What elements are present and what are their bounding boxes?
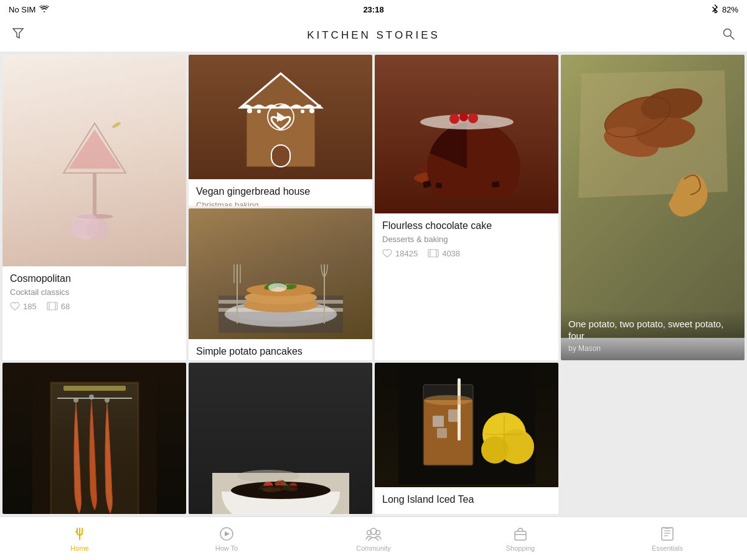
nav-home-label: Home <box>70 544 88 552</box>
svg-point-0 <box>724 29 731 37</box>
bluetooth-icon <box>712 4 718 15</box>
chocolate-image <box>405 72 529 197</box>
svg-rect-93 <box>433 416 444 427</box>
nav-shopping-label: Shopping <box>506 544 535 552</box>
svg-point-30 <box>468 113 478 123</box>
card-cosmopolitan[interactable]: Cosmopolitan Cocktail classics 185 68 <box>2 55 186 360</box>
pancakes-title: Simple potato pancakes <box>196 345 365 358</box>
chocolate-saves: 4038 <box>428 249 460 258</box>
svg-rect-107 <box>515 531 526 540</box>
card-bowl[interactable] <box>189 363 372 514</box>
sweet-potato-overlay: One potato, two potato, sweet potato, fo… <box>561 310 745 360</box>
svg-point-84 <box>237 485 324 498</box>
svg-rect-109 <box>662 528 673 540</box>
gingerbread-subtitle: Christmas baking <box>196 200 365 207</box>
svg-point-29 <box>459 113 468 121</box>
nav-shopping[interactable]: Shopping <box>496 526 545 552</box>
svg-point-19 <box>257 110 261 113</box>
nav-community[interactable]: Community <box>349 526 398 552</box>
svg-rect-92 <box>424 400 472 465</box>
card-gingerbread[interactable]: Vegan gingerbread house Christmas baking… <box>189 55 372 206</box>
filter-button[interactable] <box>12 27 24 43</box>
nav-home[interactable]: Home <box>55 526 105 552</box>
bookmark-icon <box>428 249 439 258</box>
iced-tea-info: Long Island Iced Tea <box>375 487 558 514</box>
svg-point-6 <box>111 121 121 129</box>
iced-tea-title: Long Island Iced Tea <box>382 493 551 506</box>
svg-point-20 <box>301 110 304 113</box>
status-bar: No SIM 23:18 82% <box>0 0 747 19</box>
nav-community-label: Community <box>356 544 391 552</box>
svg-line-1 <box>731 36 735 40</box>
pancakes-image <box>218 215 343 333</box>
svg-marker-13 <box>240 73 321 108</box>
home-icon <box>72 526 88 542</box>
chocolate-subtitle: Desserts & baking <box>382 235 551 244</box>
chocolate-stats: 18425 4038 <box>382 249 551 258</box>
card-salmon[interactable] <box>2 363 186 514</box>
svg-point-17 <box>247 108 252 113</box>
battery-label: 82% <box>722 5 738 14</box>
card-chocolate[interactable]: Flourless chocolate cake Desserts & baki… <box>375 55 558 360</box>
svg-line-101 <box>76 531 77 533</box>
sweet-potato-title: One potato, two potato, sweet potato, fo… <box>568 318 737 342</box>
sweet-potato-subtitle: by Mason <box>568 344 737 353</box>
svg-point-55 <box>268 283 287 292</box>
essentials-icon <box>659 526 675 542</box>
gingerbread-title: Vegan gingerbread house <box>196 185 365 198</box>
cosmopolitan-stats: 185 68 <box>10 302 179 311</box>
nav-essentials[interactable]: Essentials <box>642 526 692 552</box>
svg-point-28 <box>449 114 459 124</box>
svg-rect-71 <box>51 383 138 514</box>
status-time: 23:18 <box>363 5 383 14</box>
card-sweet-potato[interactable]: One potato, two potato, sweet potato, fo… <box>561 55 745 360</box>
status-left: No SIM <box>9 5 49 14</box>
sweet-potato-image <box>575 67 731 254</box>
howto-icon <box>218 526 235 542</box>
svg-marker-21 <box>277 112 285 122</box>
cosmopolitan-title: Cosmopolitan <box>10 273 179 286</box>
cosmopolitan-likes: 185 <box>10 302 37 311</box>
iced-tea-image <box>398 366 535 484</box>
svg-marker-5 <box>68 129 121 169</box>
nav-howto-label: How To <box>215 544 238 552</box>
nav-essentials-label: Essentials <box>652 544 683 552</box>
svg-point-8 <box>87 218 109 240</box>
cosmopolitan-saves: 68 <box>47 302 70 311</box>
carrier-label: No SIM <box>9 5 35 14</box>
card-pancakes[interactable]: Simple potato pancakes Festive appetizer… <box>189 208 372 360</box>
pancakes-info: Simple potato pancakes Festive appetizer… <box>189 339 372 360</box>
search-button[interactable] <box>722 27 735 43</box>
app-header: KITCHEN STORIES <box>0 19 747 52</box>
chocolate-likes: 18425 <box>382 249 418 258</box>
play-button[interactable] <box>267 103 294 131</box>
svg-rect-16 <box>271 145 290 167</box>
svg-point-73 <box>237 470 299 482</box>
app-title: KITCHEN STORIES <box>307 29 440 42</box>
recipe-grid: Cosmopolitan Cocktail classics 185 68 <box>0 52 747 516</box>
svg-rect-95 <box>437 428 447 438</box>
svg-marker-103 <box>225 531 230 536</box>
heart-icon <box>382 249 392 258</box>
svg-point-18 <box>309 108 314 113</box>
heart-icon <box>10 302 20 310</box>
bottom-navigation: Home How To Community Shopping <box>0 516 747 560</box>
wifi-icon <box>39 5 49 14</box>
svg-point-9 <box>70 220 88 238</box>
gingerbread-info: Vegan gingerbread house Christmas baking… <box>189 179 372 206</box>
chocolate-title: Flourless chocolate cake <box>382 220 551 233</box>
cosmopolitan-subtitle: Cocktail classics <box>10 287 179 297</box>
card-iced-tea[interactable]: Long Island Iced Tea <box>375 363 558 514</box>
salmon-image <box>32 370 157 514</box>
shopping-icon <box>512 526 529 542</box>
community-icon <box>365 526 382 542</box>
status-right: 82% <box>712 4 738 15</box>
svg-rect-33 <box>491 181 499 188</box>
svg-rect-3 <box>93 173 96 217</box>
nav-howto[interactable]: How To <box>202 526 251 552</box>
cosmopolitan-image <box>51 73 138 248</box>
svg-point-97 <box>424 395 472 405</box>
cosmopolitan-info: Cosmopolitan Cocktail classics 185 68 <box>2 266 186 319</box>
bowl-image <box>212 373 349 514</box>
chocolate-info: Flourless chocolate cake Desserts & baki… <box>375 213 558 266</box>
